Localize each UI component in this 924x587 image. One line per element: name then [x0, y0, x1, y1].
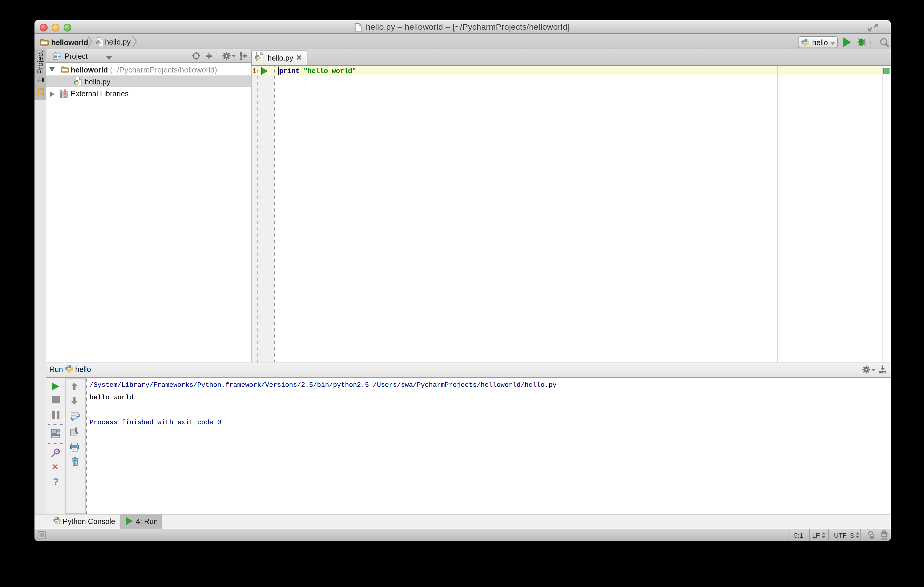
svg-text:T: T: [871, 534, 873, 539]
